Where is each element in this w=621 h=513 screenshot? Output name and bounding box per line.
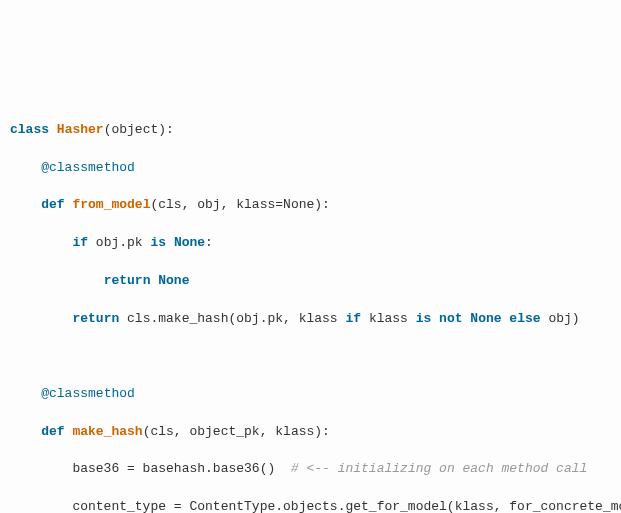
code-line: @classmethod <box>10 385 621 404</box>
keyword-none: None <box>158 273 189 288</box>
code-line: content_type = ContentType.objects.get_f… <box>10 498 621 513</box>
keyword-none: None <box>174 235 205 250</box>
code-line: base36 = basehash.base36() # <-- initial… <box>10 460 621 479</box>
keyword-return: return <box>104 273 151 288</box>
keyword-def: def <box>41 424 64 439</box>
class-name: Hasher <box>57 122 104 137</box>
keyword-return: return <box>72 311 119 326</box>
keyword-if: if <box>345 311 361 326</box>
fn-make-hash: make_hash <box>72 424 142 439</box>
code-line: def from_model(cls, obj, klass=None): <box>10 196 621 215</box>
decorator: @classmethod <box>41 160 135 175</box>
code-line: if obj.pk is None: <box>10 234 621 253</box>
code-line: @classmethod <box>10 159 621 178</box>
keyword-class: class <box>10 122 49 137</box>
blank-line <box>10 347 621 366</box>
keyword-is: is <box>150 235 166 250</box>
code-block: class Hasher(object): @classmethod def f… <box>0 94 621 513</box>
decorator: @classmethod <box>41 386 135 401</box>
keyword-isnot: is not <box>416 311 463 326</box>
comment: # <-- initializing on each method call <box>291 461 587 476</box>
code-line: def make_hash(cls, object_pk, klass): <box>10 423 621 442</box>
code-line: return None <box>10 272 621 291</box>
code-line: return cls.make_hash(obj.pk, klass if kl… <box>10 310 621 329</box>
keyword-else: else <box>509 311 540 326</box>
keyword-if: if <box>72 235 88 250</box>
code-line: class Hasher(object): <box>10 121 621 140</box>
keyword-none: None <box>470 311 501 326</box>
fn-from-model: from_model <box>72 197 150 212</box>
keyword-def: def <box>41 197 64 212</box>
